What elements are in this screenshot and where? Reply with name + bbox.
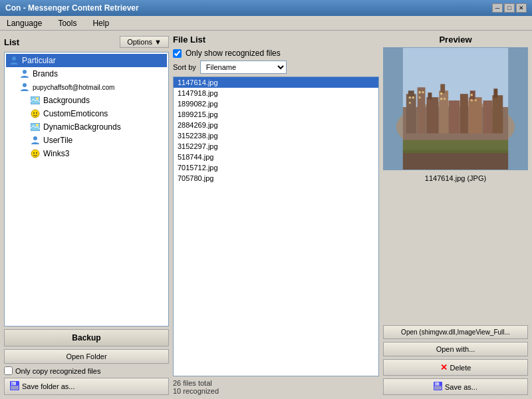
svg-rect-23: [418, 87, 426, 133]
svg-point-0: [12, 57, 16, 61]
svg-rect-33: [492, 95, 503, 133]
preview-caption: 1147614.jpg (JPG): [383, 173, 528, 184]
open-folder-button[interactable]: Open Folder: [4, 349, 169, 364]
save-folder-label: Save folder as...: [22, 382, 75, 390]
person-icon: [9, 55, 19, 66]
svg-rect-42: [440, 98, 442, 100]
left-panel: List Options ▼ Particular Brands: [4, 35, 169, 395]
window-controls: ─ □ ✕: [492, 3, 527, 13]
menubar: Language Tools Help: [0, 16, 532, 31]
svg-point-1: [23, 70, 27, 74]
right-panel: Preview: [383, 35, 528, 395]
tree-label-particular: Particular: [22, 56, 56, 65]
bottom-section: Backup Open Folder Only copy recognized …: [4, 329, 169, 395]
svg-rect-16: [12, 382, 13, 385]
preview-image-box: [383, 47, 528, 170]
image-icon-backgrounds: [30, 95, 41, 106]
svg-rect-38: [419, 91, 421, 93]
backup-button[interactable]: Backup: [4, 329, 169, 346]
sort-select[interactable]: Filename Date Size Type: [200, 61, 287, 74]
list-panel-title: List: [4, 37, 19, 47]
file-item[interactable]: 1899215.jpg: [174, 109, 378, 120]
close-button[interactable]: ✕: [516, 3, 527, 13]
menu-tools[interactable]: Tools: [54, 17, 80, 29]
file-item[interactable]: 2884269.jpg: [174, 120, 378, 130]
svg-point-7: [36, 112, 37, 114]
tree-item-winks3[interactable]: Winks3: [6, 147, 167, 160]
svg-rect-29: [460, 94, 468, 133]
only-copy-checkbox[interactable]: [4, 366, 13, 375]
svg-rect-43: [444, 98, 446, 100]
person-icon-usertile: [30, 135, 41, 146]
file-listbox[interactable]: 1147614.jpg1147918.jpg1899082.jpg1899215…: [173, 76, 379, 376]
open-with-button[interactable]: Open with...: [383, 342, 528, 356]
right-buttons: Open (shimgvw.dll,ImageView_Full... Open…: [383, 325, 528, 395]
file-count: 26 files total 10 recognized: [173, 379, 379, 395]
svg-rect-27: [440, 84, 445, 93]
file-item[interactable]: 7015712.jpg: [174, 162, 378, 173]
sort-label: Sort by: [173, 63, 196, 71]
menu-help[interactable]: Help: [88, 17, 113, 29]
smiley-icon-emoticons: [30, 108, 41, 119]
filter-row: Only show recognized files: [173, 49, 379, 58]
tree-item-dynamicbackgrounds[interactable]: DynamicBackgrounds: [6, 120, 167, 134]
svg-point-5: [31, 110, 39, 118]
show-recognized-checkbox[interactable]: [173, 49, 182, 58]
minimize-button[interactable]: ─: [492, 3, 503, 13]
sort-row: Sort by Filename Date Size Type: [173, 61, 379, 74]
person-icon-brands: [19, 68, 30, 79]
image-icon-dynamic: [30, 122, 41, 132]
tree-label-brands: Brands: [33, 69, 58, 78]
svg-point-9: [36, 124, 39, 126]
save-as-button[interactable]: Save as...: [383, 378, 528, 395]
only-copy-label: Only copy recognized files: [15, 367, 100, 375]
open-full-button[interactable]: Open (shimgvw.dll,ImageView_Full...: [383, 325, 528, 339]
title-text: Con - Messenger Content Retriever: [5, 3, 139, 13]
tree-label-customemoticons: CustomEmoticons: [43, 109, 108, 118]
file-item[interactable]: 1147918.jpg: [174, 88, 378, 98]
options-button[interactable]: Options ▼: [120, 36, 169, 48]
tree-item-usertile[interactable]: UserTile: [6, 134, 167, 147]
svg-rect-41: [440, 92, 442, 94]
tree-label-usertile: UserTile: [43, 136, 72, 145]
tree-label-backgrounds: Backgrounds: [43, 96, 90, 105]
left-panel-header: List Options ▼: [4, 35, 169, 49]
tree-item-brands[interactable]: Brands: [6, 67, 167, 80]
save-folder-button[interactable]: Save folder as...: [4, 378, 169, 395]
svg-point-12: [33, 152, 35, 154]
svg-rect-45: [471, 99, 473, 101]
svg-point-4: [36, 97, 39, 100]
tree-item-email[interactable]: pupychaffsoft@hotmail.com: [6, 80, 167, 94]
svg-rect-44: [471, 94, 473, 96]
maximize-button[interactable]: □: [504, 3, 515, 13]
svg-rect-25: [428, 92, 432, 99]
svg-rect-34: [493, 88, 497, 98]
svg-point-10: [33, 136, 37, 140]
save-as-label: Save as...: [445, 383, 477, 391]
file-item[interactable]: 3152238.jpg: [174, 130, 378, 141]
delete-button[interactable]: ✕ Delete: [383, 359, 528, 376]
tree-item-particular[interactable]: Particular: [6, 54, 167, 67]
file-item[interactable]: 3152297.jpg: [174, 141, 378, 152]
svg-rect-39: [422, 91, 424, 93]
file-item[interactable]: 705780.jpg: [174, 173, 378, 184]
svg-point-13: [36, 152, 37, 154]
svg-rect-37: [409, 102, 411, 104]
svg-rect-46: [475, 99, 477, 101]
svg-rect-21: [406, 94, 416, 133]
svg-rect-51: [436, 383, 437, 386]
file-item[interactable]: 518744.jpg: [174, 152, 378, 162]
svg-rect-28: [449, 100, 460, 133]
svg-point-11: [31, 150, 39, 158]
preview-title: Preview: [383, 35, 528, 45]
svg-rect-35: [409, 96, 411, 98]
tree-view[interactable]: Particular Brands pupychaffsoft@hotmail.…: [4, 52, 169, 327]
svg-rect-48: [403, 140, 508, 153]
preview-svg: [384, 48, 527, 170]
file-item[interactable]: 1147614.jpg: [174, 77, 378, 88]
tree-item-backgrounds[interactable]: Backgrounds: [6, 94, 167, 107]
menu-language[interactable]: Language: [3, 17, 46, 29]
tree-item-customemoticons[interactable]: CustomEmoticons: [6, 107, 167, 120]
tree-label-dynamicbackgrounds: DynamicBackgrounds: [43, 122, 121, 132]
file-item[interactable]: 1899082.jpg: [174, 98, 378, 109]
